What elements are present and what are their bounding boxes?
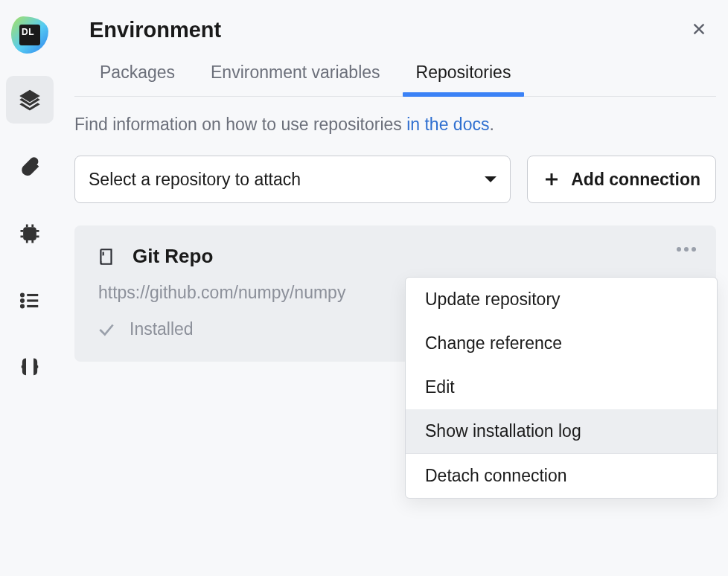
docs-link[interactable]: in the docs — [406, 115, 489, 134]
repository-card: Git Repo https://github.com/numpy/numpy … — [74, 225, 716, 362]
help-text: Find information on how to use repositor… — [74, 115, 716, 135]
svg-point-3 — [22, 305, 24, 307]
repo-context-menu: Update repository Change reference Edit … — [405, 277, 718, 499]
chevron-down-icon — [485, 176, 496, 182]
app-logo: DL — [11, 16, 48, 54]
sidebar: DL — [0, 0, 60, 576]
menu-change-reference[interactable]: Change reference — [406, 321, 717, 365]
sidebar-item-list[interactable] — [6, 277, 54, 324]
more-horizontal-icon — [676, 246, 697, 252]
sidebar-item-compute[interactable] — [6, 210, 54, 257]
header: Environment — [74, 13, 716, 57]
tabs: Packages Environment variables Repositor… — [74, 57, 716, 97]
tab-environment-variables[interactable]: Environment variables — [211, 57, 380, 96]
select-repository-label: Select a repository to attach — [89, 170, 301, 190]
braces-icon — [19, 356, 41, 379]
controls-row: Select a repository to attach Add connec… — [74, 156, 716, 203]
content: Find information on how to use repositor… — [74, 97, 716, 362]
check-icon — [97, 320, 116, 339]
list-icon — [19, 289, 41, 312]
menu-show-installation-log[interactable]: Show installation log — [406, 409, 717, 453]
menu-edit[interactable]: Edit — [406, 365, 717, 409]
select-repository-dropdown[interactable]: Select a repository to attach — [74, 156, 511, 203]
sidebar-item-environment[interactable] — [6, 76, 54, 124]
repo-book-icon — [97, 247, 116, 266]
chip-icon — [19, 223, 41, 245]
svg-point-13 — [692, 247, 696, 252]
sidebar-item-attachments[interactable] — [6, 143, 54, 191]
svg-rect-0 — [25, 228, 36, 240]
svg-point-2 — [22, 300, 24, 302]
tab-packages[interactable]: Packages — [100, 57, 175, 96]
menu-update-repository[interactable]: Update repository — [406, 278, 717, 321]
menu-detach-connection[interactable]: Detach connection — [406, 454, 717, 498]
tab-repositories[interactable]: Repositories — [416, 57, 511, 96]
layers-icon — [19, 89, 41, 111]
close-icon — [691, 21, 707, 37]
page-title: Environment — [89, 18, 221, 42]
repo-more-button[interactable] — [673, 243, 700, 255]
svg-point-11 — [677, 247, 681, 252]
close-button[interactable] — [688, 18, 710, 42]
svg-point-1 — [22, 294, 24, 296]
repo-name: Git Repo — [132, 245, 213, 268]
repo-header: Git Repo — [97, 245, 695, 268]
add-connection-button[interactable]: Add connection — [527, 156, 716, 203]
paperclip-icon — [19, 156, 41, 178]
sidebar-item-code[interactable] — [6, 344, 54, 391]
main-panel: Environment Packages Environment variabl… — [60, 0, 728, 576]
plus-icon — [543, 170, 561, 188]
svg-point-12 — [684, 247, 689, 252]
